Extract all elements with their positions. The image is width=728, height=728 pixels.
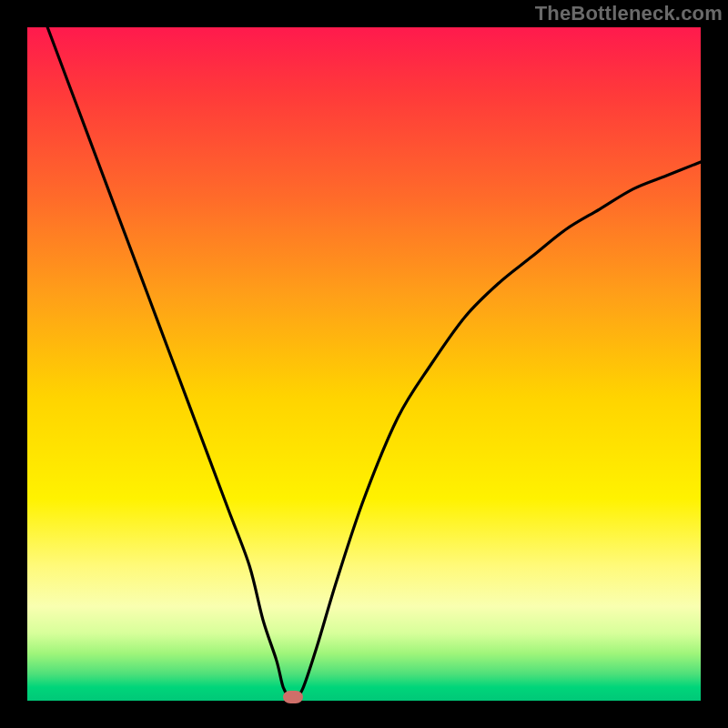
minimum-marker <box>283 691 303 703</box>
chart-frame: TheBottleneck.com <box>0 0 728 728</box>
curve-svg <box>27 27 701 701</box>
watermark-text: TheBottleneck.com <box>535 2 723 25</box>
bottleneck-curve-path <box>47 27 701 699</box>
plot-area <box>27 27 701 701</box>
